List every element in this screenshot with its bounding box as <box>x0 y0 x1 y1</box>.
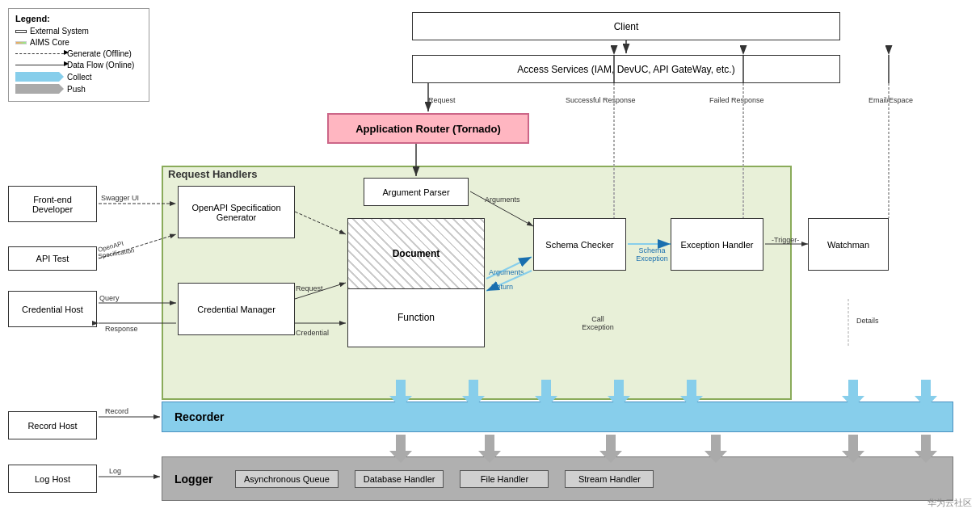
legend-collect: Collect <box>15 72 142 82</box>
schema-checker-box: Schema Checker <box>533 218 626 271</box>
file-handler-box: File Handler <box>460 470 549 488</box>
document-function-box: Document Function <box>347 218 485 347</box>
api-test-box: API Test <box>8 246 97 271</box>
recorder-bar: Recorder <box>162 402 953 432</box>
external-system-box <box>15 30 27 33</box>
frontend-developer-box: Front-end Developer <box>8 186 97 222</box>
db-handler-box: Database Handler <box>355 470 444 488</box>
diagram-container: Legend: External System AIMS Core Genera… <box>0 0 980 513</box>
svg-text:OpenAPI: OpenAPI <box>97 240 124 254</box>
aims-core-box <box>15 41 27 44</box>
generate-offline-line <box>15 53 64 54</box>
svg-text:Specification: Specification <box>98 246 135 260</box>
legend-generate-offline: Generate (Offline) <box>15 49 142 58</box>
call-exception-label: Call Exception <box>578 315 618 331</box>
legend-title: Legend: <box>15 14 142 23</box>
schema-exception-label: Schema Exception <box>632 246 672 263</box>
app-router-box: Application Router (Tornado) <box>327 113 529 144</box>
credential-host-box: Credential Host <box>8 291 97 327</box>
legend: Legend: External System AIMS Core Genera… <box>8 8 149 102</box>
watermark: 华为云社区 <box>927 497 972 509</box>
svg-text:Request: Request <box>428 96 456 104</box>
document-section: Document <box>348 219 484 289</box>
logger-bar: Logger Asynchronous Queue Database Handl… <box>162 456 953 501</box>
client-box: Client <box>412 12 840 40</box>
async-queue-box: Asynchronous Queue <box>235 470 339 488</box>
data-flow-line <box>15 65 64 65</box>
record-host-box: Record Host <box>8 411 97 439</box>
function-section: Function <box>348 289 484 347</box>
legend-push: Push <box>15 84 142 94</box>
logger-label: Logger <box>162 473 227 486</box>
svg-text:Email/Espace: Email/Espace <box>869 96 913 104</box>
legend-external-system: External System <box>15 27 142 36</box>
svg-text:Response: Response <box>105 325 138 333</box>
svg-text:Successful Response: Successful Response <box>566 96 636 104</box>
svg-text:Details: Details <box>856 317 879 325</box>
log-host-box: Log Host <box>8 465 97 493</box>
openapi-spec-gen-box: OpenAPI Specification Generator <box>178 186 295 238</box>
push-arrow <box>15 84 64 94</box>
request-handlers-label: Request Handlers <box>168 168 258 180</box>
argument-parser-box: Argument Parser <box>364 178 469 206</box>
collect-arrow <box>15 72 64 82</box>
stream-handler-box: Stream Handler <box>565 470 654 488</box>
svg-text:Log: Log <box>109 467 121 475</box>
access-services-box: Access Services (IAM, DevUC, API GateWay… <box>412 55 840 83</box>
legend-aims-core: AIMS Core <box>15 38 142 47</box>
watchman-box: Watchman <box>808 218 889 271</box>
exception-handler-box: Exception Handler <box>671 218 763 271</box>
svg-text:Record: Record <box>105 407 128 415</box>
legend-data-flow-online: Data Flow (Online) <box>15 61 142 69</box>
svg-text:Failed Response: Failed Response <box>709 96 764 104</box>
credential-manager-box: Credential Manager <box>178 283 295 335</box>
svg-text:Swagger UI: Swagger UI <box>101 194 139 202</box>
svg-text:Query: Query <box>99 294 120 302</box>
